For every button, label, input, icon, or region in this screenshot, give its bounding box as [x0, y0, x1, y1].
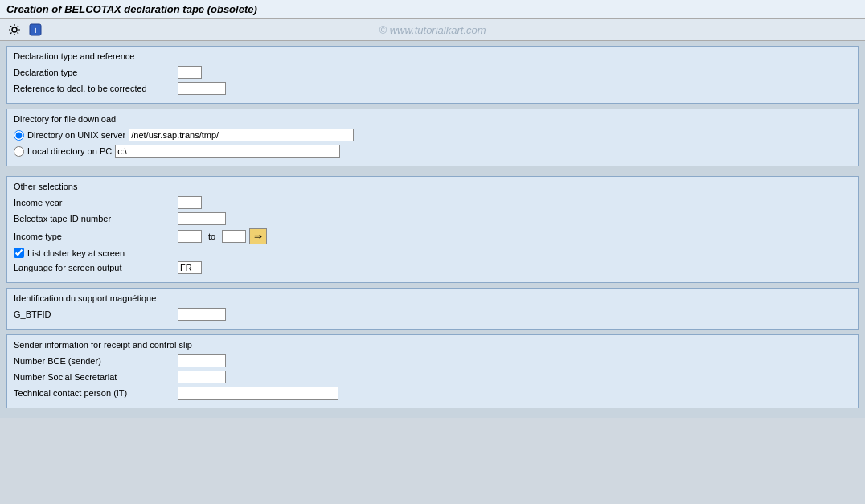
section-sender-title: Sender information for receipt and contr…	[14, 340, 851, 350]
belcotax-row: Belcotax tape ID number	[14, 212, 851, 225]
technical-contact-input[interactable]	[178, 387, 338, 400]
section-directory: Directory for file download Directory on…	[6, 109, 859, 166]
income-year-label: Income year	[14, 198, 174, 207]
g-btfid-label: G_BTFID	[14, 309, 174, 319]
income-type-to-input[interactable]	[222, 230, 246, 243]
language-row: Language for screen output	[14, 261, 851, 274]
section-identification-title: Identification du support magnétique	[14, 293, 851, 303]
unix-label: Directory on UNIX server	[27, 130, 125, 140]
title-bar: Creation of BELCOTAX declaration tape (o…	[0, 0, 865, 19]
list-cluster-label: List cluster key at screen	[27, 248, 125, 258]
section-other-selections: Other selections Income year Belcotax ta…	[6, 176, 859, 283]
toolbar: i © www.tutorialkart.com	[0, 19, 865, 41]
income-type-row: Income type to ⇒	[14, 228, 851, 244]
technical-contact-row: Technical contact person (IT)	[14, 387, 851, 400]
income-type-from-input[interactable]	[178, 230, 202, 243]
list-cluster-checkbox[interactable]	[14, 248, 24, 258]
arrow-button[interactable]: ⇒	[249, 228, 267, 244]
section-identification: Identification du support magnétique G_B…	[6, 288, 859, 330]
number-bce-input[interactable]	[178, 354, 226, 367]
reference-label: Reference to decl. to be corrected	[14, 84, 174, 93]
section-sender: Sender information for receipt and contr…	[6, 334, 859, 408]
g-btfid-input[interactable]	[178, 308, 226, 321]
number-social-input[interactable]	[178, 371, 226, 383]
belcotax-input[interactable]	[178, 212, 226, 225]
income-type-label: Income type	[14, 232, 174, 241]
unix-directory-row: Directory on UNIX server	[14, 129, 851, 141]
number-social-label: Number Social Secretariat	[14, 372, 174, 382]
number-social-row: Number Social Secretariat	[14, 371, 851, 383]
to-label: to	[208, 232, 215, 241]
language-input[interactable]	[178, 261, 202, 274]
income-year-row: Income year	[14, 196, 851, 209]
unix-radio[interactable]	[14, 130, 24, 141]
declaration-type-input[interactable]	[178, 66, 202, 79]
technical-contact-label: Technical contact person (IT)	[14, 388, 174, 398]
svg-text:i: i	[34, 25, 36, 35]
local-directory-row: Local directory on PC	[14, 145, 851, 158]
local-path-input[interactable]	[115, 145, 340, 158]
declaration-type-label: Declaration type	[14, 68, 174, 77]
list-cluster-row: List cluster key at screen	[14, 248, 851, 258]
watermark: © www.tutorialkart.com	[379, 24, 486, 36]
svg-point-0	[12, 27, 17, 32]
unix-path-input[interactable]	[129, 129, 354, 141]
income-year-input[interactable]	[178, 196, 202, 209]
number-bce-row: Number BCE (sender)	[14, 354, 851, 367]
section-other-title: Other selections	[14, 182, 851, 191]
language-label: Language for screen output	[14, 263, 174, 272]
settings-icon[interactable]	[6, 22, 23, 38]
g-btfid-row: G_BTFID	[14, 308, 851, 321]
content-area: Declaration type and reference Declarati…	[0, 41, 865, 418]
local-label: Local directory on PC	[27, 146, 112, 156]
belcotax-label: Belcotax tape ID number	[14, 214, 174, 223]
page-title: Creation of BELCOTAX declaration tape (o…	[6, 3, 257, 15]
reference-row: Reference to decl. to be corrected	[14, 82, 851, 95]
local-radio[interactable]	[14, 146, 24, 157]
section-declaration-title: Declaration type and reference	[14, 51, 851, 61]
section-declaration-type: Declaration type and reference Declarati…	[6, 46, 859, 104]
section-directory-title: Directory for file download	[14, 114, 851, 124]
info-icon[interactable]: i	[27, 22, 43, 38]
reference-input[interactable]	[178, 82, 226, 95]
number-bce-label: Number BCE (sender)	[14, 356, 174, 366]
declaration-type-row: Declaration type	[14, 66, 851, 79]
